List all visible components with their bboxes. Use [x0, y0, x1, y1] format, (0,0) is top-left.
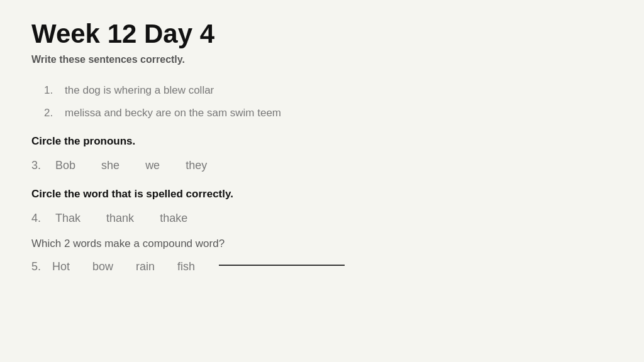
sentence-item-2: 2. melissa and becky are on the sam swim… — [44, 107, 613, 119]
pronouns-section: Circle the pronouns. 3. Bob she we they — [31, 135, 613, 172]
pronoun-word-they: they — [186, 159, 207, 172]
pronouns-line: 3. Bob she we they — [31, 159, 613, 172]
sentence-text-1: the dog is whering a blew collar — [65, 84, 214, 96]
compound-word-hot: Hot — [52, 260, 70, 273]
spelling-word-thak: Thak — [55, 212, 80, 225]
compound-word-bow: bow — [92, 260, 113, 273]
sentence-text-2: melissa and becky are on the sam swim te… — [65, 107, 281, 119]
compound-answer-blank[interactable] — [219, 265, 345, 266]
page-subtitle: Write these sentences correctly. — [31, 54, 613, 65]
pronoun-word-she: she — [101, 159, 119, 172]
compound-word-fish: fish — [177, 260, 195, 273]
compound-word-rain: rain — [136, 260, 155, 273]
spelling-word-thank: thank — [106, 212, 134, 225]
sentence-number-2: 2. — [44, 107, 53, 119]
spelling-section: Circle the word that is spelled correctl… — [31, 188, 613, 225]
compound-section: Which 2 words make a compound word? 5. H… — [31, 238, 613, 273]
sentence-number-1: 1. — [44, 84, 53, 96]
sentences-section: 1. the dog is whering a blew collar 2. m… — [31, 84, 613, 119]
pronouns-instruction: Circle the pronouns. — [31, 135, 613, 148]
spelling-item-number: 4. — [31, 212, 41, 224]
page-title: Week 12 Day 4 — [31, 19, 613, 49]
compound-question: Which 2 words make a compound word? — [31, 238, 613, 250]
pronouns-item-number: 3. — [31, 159, 41, 172]
spelling-line: 4. Thak thank thake — [31, 212, 613, 225]
compound-line: 5. Hot bow rain fish — [31, 260, 613, 273]
compound-item-number: 5. — [31, 260, 41, 273]
spelling-word-thake: thake — [160, 212, 187, 225]
sentence-item-1: 1. the dog is whering a blew collar — [44, 84, 613, 97]
pronoun-word-we: we — [145, 159, 160, 172]
spelling-instruction: Circle the word that is spelled correctl… — [31, 188, 613, 200]
pronoun-word-bob: Bob — [55, 159, 75, 172]
